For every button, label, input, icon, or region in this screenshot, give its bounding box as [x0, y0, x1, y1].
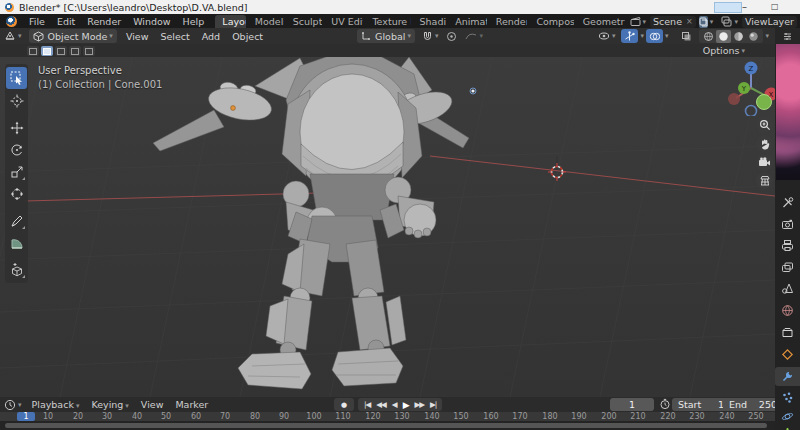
- tool-move[interactable]: [6, 118, 27, 138]
- scene-selector[interactable]: Scene ×: [650, 16, 696, 28]
- shading-solid-button[interactable]: [716, 30, 731, 43]
- workspace-tab-uv-editing[interactable]: UV Editing: [324, 15, 363, 28]
- select-mode-set-button[interactable]: [27, 46, 39, 56]
- menu-help[interactable]: Help: [177, 16, 211, 27]
- scrollbar-handle[interactable]: [5, 423, 767, 428]
- workspace-tab-compositing[interactable]: Compositing: [529, 15, 573, 28]
- properties-tab-render[interactable]: [775, 215, 800, 234]
- shading-material-button[interactable]: [731, 30, 746, 43]
- menu-window[interactable]: Window: [127, 16, 176, 27]
- overlays-caret[interactable]: ▾: [665, 32, 669, 40]
- workspace-tab-layout[interactable]: Layout: [215, 15, 245, 28]
- editor-type-button[interactable]: ▾: [0, 29, 26, 43]
- shading-wireframe-button[interactable]: [701, 30, 716, 43]
- next-keyframe-button[interactable]: ▶▶: [412, 400, 428, 409]
- mode-selector[interactable]: Object Mode ▾: [29, 29, 117, 43]
- menu-render[interactable]: Render: [81, 16, 127, 27]
- navigation-gizmo[interactable]: Z X Y: [722, 58, 775, 116]
- workspace-tab-modeling[interactable]: Modeling: [248, 15, 284, 28]
- scene-icon[interactable]: ▾: [626, 15, 651, 29]
- timeline-ruler[interactable]: 1 10 20 30 40 50 60 70 80 90 100 110 120…: [0, 412, 775, 421]
- properties-tab-world[interactable]: [775, 301, 800, 320]
- shading-caret[interactable]: ▾: [765, 32, 769, 40]
- menu-file[interactable]: File: [23, 16, 51, 27]
- use-preview-range-button[interactable]: [659, 398, 671, 410]
- current-frame-field[interactable]: 1: [610, 398, 654, 411]
- perspective-toggle-button[interactable]: [756, 172, 773, 189]
- select-mode-invert-button[interactable]: [69, 46, 81, 56]
- menu-edit[interactable]: Edit: [51, 16, 81, 27]
- play-button[interactable]: ▶: [400, 400, 412, 410]
- new-scene-button[interactable]: [699, 16, 708, 28]
- menu-keying[interactable]: Keying▾: [85, 399, 134, 410]
- proportional-falloff-button[interactable]: ▾: [461, 29, 487, 43]
- timeline-editor-type-button[interactable]: ▾: [0, 398, 26, 412]
- timeline-scrollbar[interactable]: [0, 421, 775, 430]
- tool-cursor[interactable]: [6, 91, 27, 111]
- transform-orientation[interactable]: Global ▾: [357, 29, 415, 43]
- view-layer-selector[interactable]: ViewLayer: [742, 16, 797, 28]
- auto-key-record-button[interactable]: ●: [334, 398, 354, 411]
- zoom-view-button[interactable]: [756, 116, 773, 133]
- select-mode-subtract-button[interactable]: [55, 46, 67, 56]
- workspace-tab-geometry-nodes[interactable]: Geometry Noc: [576, 15, 625, 28]
- tool-select-box[interactable]: [6, 67, 27, 89]
- properties-tab-collection[interactable]: [775, 323, 800, 342]
- mech-model[interactable]: [153, 47, 469, 389]
- properties-tab-tool[interactable]: [775, 193, 800, 212]
- menu-add[interactable]: Add: [196, 31, 226, 42]
- overlays-toggle[interactable]: [646, 29, 663, 43]
- gizmos-toggle[interactable]: [621, 29, 638, 43]
- jump-to-start-button[interactable]: |◀: [361, 400, 373, 409]
- menu-view-timeline[interactable]: View: [135, 399, 170, 410]
- jump-to-end-button[interactable]: ▶|: [427, 400, 439, 409]
- menu-playback[interactable]: Playback▾: [26, 399, 86, 410]
- shading-rendered-button[interactable]: [746, 30, 761, 43]
- tool-rotate[interactable]: [6, 140, 27, 160]
- tool-annotate[interactable]: [6, 211, 27, 231]
- show-object-types-button[interactable]: ▾: [594, 29, 620, 43]
- workspace-tab-shading[interactable]: Shading: [413, 15, 447, 28]
- select-mode-intersect-button[interactable]: [83, 46, 95, 56]
- properties-tab-modifiers[interactable]: [775, 367, 800, 386]
- properties-editor-icon[interactable]: [782, 31, 793, 42]
- select-mode-extend-button[interactable]: [41, 46, 53, 56]
- light-object-dot[interactable]: [470, 88, 476, 94]
- menu-object[interactable]: Object: [226, 31, 269, 42]
- scene-options-caret[interactable]: ▾: [710, 18, 714, 26]
- tool-measure[interactable]: [6, 233, 27, 253]
- prev-keyframe-button[interactable]: ◀◀: [373, 400, 389, 409]
- play-reverse-button[interactable]: ◀: [389, 400, 400, 409]
- properties-tab-scene[interactable]: [775, 279, 800, 298]
- minimize-button[interactable]: –: [742, 0, 747, 13]
- blender-logo-icon[interactable]: [6, 16, 17, 27]
- menu-view[interactable]: View: [120, 31, 155, 42]
- xray-toggle[interactable]: [678, 29, 695, 43]
- menu-marker[interactable]: Marker: [169, 399, 214, 410]
- workspace-tab-sculpting[interactable]: Sculpting: [286, 15, 323, 28]
- view-layer-icon[interactable]: ▾: [717, 15, 742, 29]
- proportional-editing-button[interactable]: [442, 29, 461, 43]
- properties-tab-particles[interactable]: [775, 388, 800, 407]
- maximize-button[interactable]: □: [771, 0, 779, 13]
- frame-end-field[interactable]: End 250: [723, 398, 783, 411]
- properties-tab-output[interactable]: [775, 236, 800, 255]
- workspace-tab-rendering[interactable]: Rendering: [489, 15, 528, 28]
- workspace-tab-texture-paint[interactable]: Texture Paint: [365, 15, 410, 28]
- tool-scale[interactable]: [6, 162, 27, 182]
- options-button[interactable]: Options ▾: [703, 45, 745, 56]
- tool-add-cube[interactable]: [6, 260, 27, 280]
- properties-tab-view-layer[interactable]: [775, 258, 800, 277]
- gizmos-caret[interactable]: ▾: [640, 32, 644, 40]
- pan-view-button[interactable]: [756, 135, 773, 152]
- frame-start-field[interactable]: Start 1: [672, 398, 730, 411]
- menu-select[interactable]: Select: [154, 31, 195, 42]
- tool-transform[interactable]: [6, 184, 27, 204]
- properties-tab-object-data[interactable]: [775, 424, 800, 430]
- snap-magnet-button[interactable]: ▾: [418, 29, 443, 43]
- workspace-tab-animation[interactable]: Animation: [448, 15, 487, 28]
- properties-tab-object[interactable]: [775, 345, 800, 364]
- scene-unlink-icon[interactable]: ×: [686, 17, 693, 26]
- current-frame-indicator[interactable]: 1: [17, 412, 35, 421]
- viewport-canvas[interactable]: Options ▾ User Perspective (1) Collectio…: [0, 44, 775, 397]
